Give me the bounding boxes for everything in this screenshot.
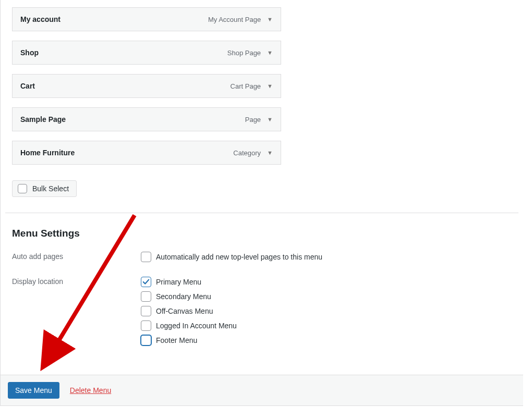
menu-item-type: Shop Page (227, 49, 261, 57)
menu-item-type: Category (233, 149, 261, 157)
secondary-menu-checkbox[interactable] (141, 291, 151, 302)
menu-item-title: Home Furniture (20, 149, 75, 157)
menu-items-list: My account My Account Page ▼ Shop Shop P… (5, 7, 518, 165)
check-icon (142, 278, 150, 286)
menu-item[interactable]: Sample Page Page ▼ (12, 107, 281, 131)
menu-item-title: Shop (20, 48, 39, 57)
auto-add-checkbox[interactable] (141, 252, 151, 262)
menu-item-title: Sample Page (20, 115, 66, 124)
save-menu-button[interactable]: Save Menu (8, 382, 59, 399)
display-location-label: Display location (12, 277, 141, 350)
location-option-label[interactable]: Off-Canvas Menu (156, 307, 213, 315)
menu-item[interactable]: Cart Cart Page ▼ (12, 74, 281, 98)
divider (5, 213, 518, 213)
menu-item-title: Cart (20, 82, 35, 90)
menu-settings-heading: Menu Settings (12, 228, 512, 239)
menu-item-title: My account (20, 15, 61, 23)
menu-editor-panel: My account My Account Page ▼ Shop Shop P… (0, 0, 523, 406)
chevron-down-icon[interactable]: ▼ (267, 83, 273, 89)
logged-in-menu-checkbox[interactable] (141, 320, 151, 331)
menu-item[interactable]: Home Furniture Category ▼ (12, 141, 281, 165)
menu-item-type: Cart Page (231, 82, 261, 90)
auto-add-option-label[interactable]: Automatically add new top-level pages to… (156, 253, 322, 261)
auto-add-pages-label: Auto add pages (12, 252, 141, 266)
bulk-select-button[interactable]: Bulk Select (12, 180, 77, 197)
footer-menu-checkbox[interactable] (141, 335, 151, 346)
menu-item-type: My Account Page (208, 16, 261, 23)
display-location-row: Display location Primary Menu Secondary … (12, 277, 512, 350)
delete-menu-link[interactable]: Delete Menu (70, 386, 111, 394)
chevron-down-icon[interactable]: ▼ (267, 116, 273, 122)
menu-settings-section: Menu Settings Auto add pages Automatical… (5, 228, 518, 375)
menu-item[interactable]: My account My Account Page ▼ (12, 7, 281, 31)
primary-menu-checkbox[interactable] (141, 277, 151, 287)
chevron-down-icon[interactable]: ▼ (267, 150, 273, 156)
location-option-label[interactable]: Secondary Menu (156, 292, 211, 301)
location-option-label[interactable]: Primary Menu (156, 278, 201, 286)
chevron-down-icon[interactable]: ▼ (267, 50, 273, 56)
chevron-down-icon[interactable]: ▼ (267, 16, 273, 22)
menu-footer-actions: Save Menu Delete Menu (1, 375, 523, 406)
auto-add-pages-row: Auto add pages Automatically add new top… (12, 252, 512, 266)
menu-item-type: Page (245, 116, 261, 124)
bulk-select-checkbox[interactable] (18, 184, 27, 193)
location-option-label[interactable]: Logged In Account Menu (156, 322, 237, 330)
off-canvas-menu-checkbox[interactable] (141, 306, 151, 316)
bulk-select-label: Bulk Select (32, 184, 69, 193)
location-option-label[interactable]: Footer Menu (156, 336, 197, 344)
display-location-options: Primary Menu Secondary Menu Off-Canvas M… (141, 277, 512, 350)
menu-item[interactable]: Shop Shop Page ▼ (12, 41, 281, 65)
